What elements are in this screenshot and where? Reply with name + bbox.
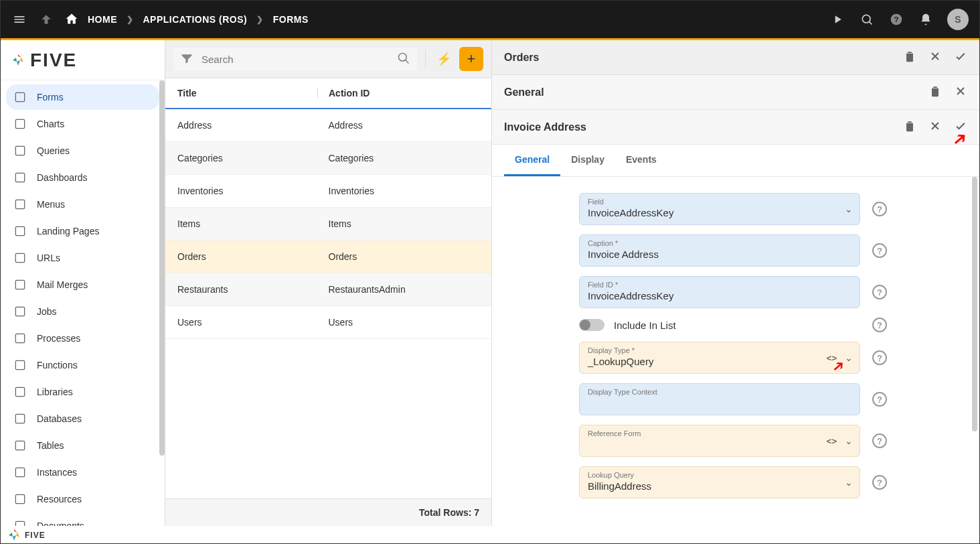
search-input-wrap (173, 48, 417, 71)
field-dropdown[interactable]: Field InvoiceAddressKey ⌄ (579, 193, 860, 225)
up-arrow-icon[interactable] (38, 11, 54, 27)
check-icon[interactable] (954, 119, 967, 135)
delete-icon[interactable] (903, 119, 916, 135)
zoom-icon[interactable] (859, 11, 875, 27)
field-label: Caption * (588, 239, 851, 247)
sidebar-item-label: Tables (37, 440, 64, 451)
divider (425, 50, 426, 68)
sidebar-item-landing-pages[interactable]: Landing Pages (6, 218, 159, 244)
fieldid-input[interactable]: Field ID * InvoiceAddressKey (579, 276, 860, 308)
include-toggle[interactable] (579, 319, 604, 331)
close-icon[interactable] (928, 119, 942, 135)
sidebar-item-functions[interactable]: Functions (6, 352, 159, 378)
field-value: InvoiceAddressKey (588, 290, 851, 302)
breadcrumb-apps[interactable]: APPLICATIONS (ROS) (143, 14, 248, 25)
field-value: InvoiceAddressKey (588, 207, 851, 219)
breadcrumb-home[interactable]: HOME (88, 14, 117, 25)
play-icon[interactable] (829, 11, 845, 27)
sidebar-item-mail-merges[interactable]: Mail Merges (6, 272, 159, 297)
sidebar-item-label: URLs (37, 253, 60, 263)
sidebar-item-tables[interactable]: Tables (6, 433, 159, 458)
help-icon[interactable]: ? (872, 433, 887, 448)
list-panel: ⚡ + Title Action ID AddressAddressCatego… (165, 40, 492, 526)
scrollbar[interactable] (159, 80, 165, 456)
help-icon[interactable]: ? (872, 285, 887, 299)
sidebar-item-instances[interactable]: Instances (6, 460, 159, 485)
table-row[interactable]: CategoriesCategories (165, 142, 491, 175)
sidebar-item-label: Databases (37, 413, 82, 424)
table-row[interactable]: OrdersOrders (165, 241, 491, 273)
check-icon[interactable] (954, 50, 967, 65)
help-icon[interactable]: ? (872, 318, 887, 332)
sidebar-item-databases[interactable]: Databases (6, 406, 159, 431)
sidebar-item-forms[interactable]: Forms (6, 84, 159, 110)
search-icon[interactable] (397, 52, 410, 67)
close-icon[interactable] (954, 84, 967, 100)
sidebar-item-jobs[interactable]: Jobs (6, 299, 159, 324)
tab-events[interactable]: Events (615, 145, 667, 176)
menu-icon[interactable] (11, 11, 27, 27)
help-icon[interactable]: ? (872, 202, 887, 216)
table-row[interactable]: AddressAddress (165, 109, 491, 142)
sidebar-item-menus[interactable]: Menus (6, 192, 159, 217)
breadcrumb-forms[interactable]: FORMS (273, 14, 309, 25)
refform-dropdown[interactable]: Reference Form <> ⌄ (579, 425, 860, 457)
sidebar-item-urls[interactable]: URLs (6, 245, 159, 271)
svg-rect-6 (15, 173, 24, 182)
col-title[interactable]: Title (177, 88, 328, 98)
tab-general[interactable]: General (504, 145, 560, 176)
table-row[interactable]: RestaurantsRestaurantsAdmin (165, 273, 491, 306)
help-icon[interactable]: ? (888, 11, 904, 27)
panel-header-invoice: Invoice Address ➔ (492, 110, 979, 145)
search-input[interactable] (201, 54, 392, 65)
table-row[interactable]: ItemsItems (165, 208, 491, 241)
help-icon[interactable]: ? (872, 475, 887, 490)
sidebar-item-resources[interactable]: Resources (6, 486, 159, 512)
sidebar-item-label: Libraries (37, 387, 73, 397)
panel-title: Orders (504, 52, 903, 64)
lookup-dropdown[interactable]: Lookup Query BillingAddress ⌄ (579, 466, 860, 498)
help-icon[interactable]: ? (872, 243, 887, 258)
caption-input[interactable]: Caption * Invoice Address (579, 234, 860, 267)
tab-display[interactable]: Display (560, 145, 615, 176)
sidebar: FIVE FormsChartsQueriesDashboardsMenusLa… (1, 40, 165, 526)
sidebar-item-libraries[interactable]: Libraries (6, 379, 159, 405)
context-input[interactable]: Display Type Context (579, 383, 860, 415)
home-icon (65, 12, 78, 27)
svg-rect-19 (15, 521, 24, 526)
cell-title: Orders (177, 251, 329, 262)
scrollbar[interactable] (972, 177, 977, 431)
table-footer: Total Rows: 7 (165, 498, 491, 526)
displaytype-dropdown[interactable]: Display Type * _LookupQuery <> ⌄ (579, 342, 860, 374)
sidebar-item-queries[interactable]: Queries (6, 138, 159, 163)
help-icon[interactable]: ? (872, 392, 887, 407)
panel-title: Invoice Address (504, 121, 903, 133)
col-action[interactable]: Action ID (317, 88, 479, 98)
svg-rect-16 (15, 441, 24, 450)
chevron-down-icon: ⌄ (845, 204, 853, 214)
sidebar-icon (13, 170, 27, 185)
avatar[interactable]: S (947, 9, 969, 30)
table-row[interactable]: InventoriesInventories (165, 175, 491, 208)
sidebar-item-charts[interactable]: Charts (6, 111, 159, 137)
sidebar-item-dashboards[interactable]: Dashboards (6, 165, 159, 190)
delete-icon[interactable] (928, 84, 942, 100)
sidebar-item-processes[interactable]: Processes (6, 326, 159, 351)
chevron-down-icon: ⌄ (845, 435, 853, 446)
delete-icon[interactable] (903, 50, 916, 65)
close-icon[interactable] (928, 50, 942, 65)
cell-title: Restaurants (177, 284, 329, 295)
svg-rect-7 (15, 200, 24, 208)
sidebar-item-documents[interactable]: Documents (6, 513, 159, 526)
filter-icon[interactable] (180, 52, 193, 67)
add-button[interactable]: + (459, 47, 483, 71)
table-row[interactable]: UsersUsers (165, 306, 491, 339)
help-icon[interactable]: ? (872, 350, 887, 365)
bell-icon[interactable] (918, 11, 934, 27)
code-icon[interactable]: <> (827, 353, 837, 363)
lightning-icon[interactable]: ⚡ (434, 52, 454, 66)
svg-rect-12 (15, 334, 24, 342)
code-icon[interactable]: <> (827, 436, 837, 446)
form-body: Field InvoiceAddressKey ⌄ ? Caption * In… (492, 177, 979, 526)
cell-action: Address (329, 120, 480, 131)
